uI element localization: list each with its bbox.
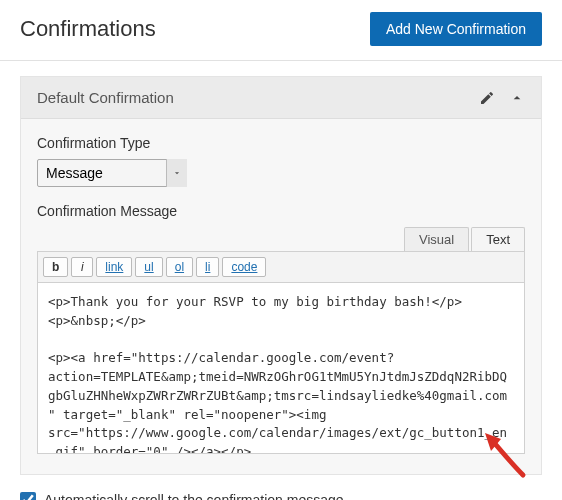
auto-scroll-checkbox[interactable] xyxy=(20,492,36,500)
toolbar-ul-button[interactable]: ul xyxy=(135,257,162,277)
editor-toolbar: b i link ul ol li code xyxy=(37,251,525,283)
message-editor: Visual Text b i link ul ol li code xyxy=(37,227,525,458)
confirmation-type-label: Confirmation Type xyxy=(37,135,525,151)
toolbar-italic-button[interactable]: i xyxy=(71,257,93,277)
message-textarea[interactable] xyxy=(37,283,525,454)
panel-title: Default Confirmation xyxy=(37,89,174,106)
toolbar-ol-button[interactable]: ol xyxy=(166,257,193,277)
add-new-confirmation-button[interactable]: Add New Confirmation xyxy=(370,12,542,46)
confirmation-panel: Default Confirmation Confirmation Type M… xyxy=(20,76,542,475)
confirmation-type-select[interactable]: Message xyxy=(37,159,187,187)
confirmation-message-label: Confirmation Message xyxy=(37,203,525,219)
page-title: Confirmations xyxy=(20,16,156,42)
tab-visual[interactable]: Visual xyxy=(404,227,469,251)
auto-scroll-label: Automatically scroll to the confirmation… xyxy=(44,492,344,500)
tab-text[interactable]: Text xyxy=(471,227,525,251)
toolbar-li-button[interactable]: li xyxy=(196,257,219,277)
toolbar-link-button[interactable]: link xyxy=(96,257,132,277)
collapse-icon[interactable] xyxy=(509,90,525,106)
toolbar-code-button[interactable]: code xyxy=(222,257,266,277)
edit-icon[interactable] xyxy=(479,90,495,106)
toolbar-bold-button[interactable]: b xyxy=(43,257,68,277)
